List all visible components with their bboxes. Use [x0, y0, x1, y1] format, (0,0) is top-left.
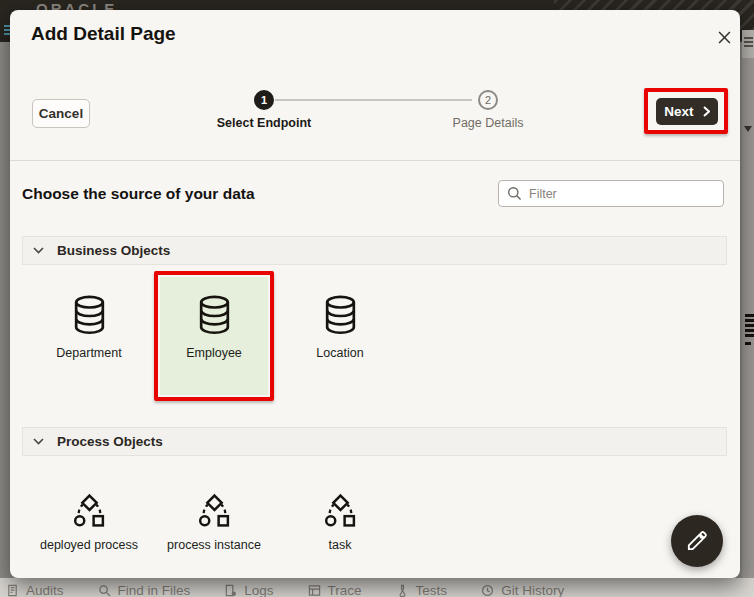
- footer-item-trace[interactable]: Trace: [308, 583, 362, 597]
- logs-icon: [224, 584, 237, 597]
- footer-item-tests[interactable]: Tests: [396, 583, 448, 597]
- process-icon: [35, 493, 143, 528]
- wizard-step-2-label: Page Details: [408, 116, 568, 130]
- screen: ORACLE Audits Find in Files Logs: [0, 0, 754, 597]
- database-icon: [160, 295, 268, 336]
- wizard-step-1-label: Select Endpoint: [184, 116, 344, 130]
- right-panel-edge: [742, 30, 754, 597]
- footer-item-find-in-files[interactable]: Find in Files: [98, 583, 191, 597]
- divider: [10, 160, 740, 161]
- next-button[interactable]: Next: [656, 98, 718, 125]
- database-icon: [286, 295, 394, 336]
- filter-field[interactable]: [498, 180, 724, 207]
- audits-icon: [6, 584, 19, 597]
- wizard-step-2-indicator[interactable]: 2: [478, 90, 498, 110]
- wizard-connector-line: [275, 99, 472, 101]
- chevron-right-icon: [703, 106, 710, 117]
- bottom-status-bar: Audits Find in Files Logs Trace Tests Gi…: [0, 578, 754, 597]
- panel-collapse-icon[interactable]: [744, 126, 752, 132]
- git-history-icon: [481, 584, 494, 597]
- search-icon: [507, 186, 522, 201]
- tile-process-instance[interactable]: process instance: [160, 493, 268, 552]
- database-icon: [35, 295, 143, 336]
- edit-fab-button[interactable]: [671, 515, 723, 567]
- close-icon[interactable]: [713, 26, 735, 48]
- trace-icon: [308, 584, 321, 597]
- chevron-down-icon: [33, 247, 44, 254]
- body-heading: Choose the source of your data: [22, 185, 255, 203]
- tests-icon: [396, 584, 409, 597]
- tile-department[interactable]: Department: [35, 295, 143, 360]
- dialog-title: Add Detail Page: [31, 23, 176, 45]
- pencil-icon: [685, 529, 709, 553]
- footer-item-git-history[interactable]: Git History: [481, 583, 564, 597]
- process-icon: [160, 493, 268, 528]
- footer-item-audits[interactable]: Audits: [6, 583, 64, 597]
- tile-deployed-process[interactable]: deployed process: [35, 493, 143, 552]
- wizard-step-1-indicator[interactable]: 1: [254, 90, 274, 110]
- filter-input[interactable]: [529, 187, 715, 201]
- process-icon: [286, 493, 394, 528]
- chevron-down-icon: [33, 438, 44, 445]
- cancel-button[interactable]: Cancel: [32, 99, 90, 128]
- add-detail-page-dialog: Add Detail Page Cancel 1 Select Endpoint…: [10, 10, 740, 578]
- search-icon: [98, 584, 111, 597]
- section-header-business-objects[interactable]: Business Objects: [22, 236, 727, 265]
- tile-task[interactable]: task: [286, 493, 394, 552]
- section-header-process-objects[interactable]: Process Objects: [22, 427, 727, 456]
- footer-item-logs[interactable]: Logs: [224, 583, 273, 597]
- tile-employee[interactable]: Employee: [160, 277, 268, 395]
- tile-location[interactable]: Location: [286, 295, 394, 360]
